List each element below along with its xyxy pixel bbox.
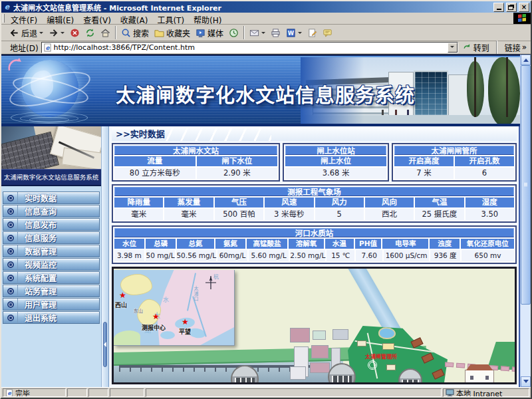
edit-dropdown-icon[interactable] bbox=[298, 32, 302, 36]
sidebar-item-label: 信息查询 bbox=[18, 205, 99, 217]
chevron-double-icon[interactable]: » bbox=[522, 43, 527, 52]
roundabout bbox=[368, 360, 377, 370]
back-icon bbox=[9, 28, 19, 38]
table-cell: 650 mv bbox=[462, 250, 514, 261]
inset-label: 太浦口 bbox=[192, 286, 199, 302]
stop-icon bbox=[70, 28, 80, 38]
mail-button[interactable] bbox=[247, 27, 268, 39]
site-map[interactable]: 太浦闸管理所 bbox=[112, 267, 517, 384]
inset-label-dongshan: 东山 bbox=[134, 307, 143, 314]
minimize-button[interactable] bbox=[493, 3, 504, 12]
column-header: 水位 bbox=[114, 239, 144, 249]
sidebar: 太浦闸数字化水文站信息服务系统 实时数据 信息查询 信息发布 bbox=[1, 126, 101, 387]
building-block bbox=[290, 328, 310, 342]
table-cell: 7 米 bbox=[394, 168, 454, 179]
browser-window: e 太浦闸水文站信息管理系统 - Microsoft Internet Expl… bbox=[0, 0, 532, 399]
bullet-icon bbox=[3, 205, 18, 217]
status-pane bbox=[88, 388, 108, 397]
search-button[interactable]: 搜索 bbox=[118, 26, 152, 40]
status-zone-pane: 本地 Intranet bbox=[443, 388, 529, 397]
sidebar-item-data-management[interactable]: 数据管理 bbox=[3, 245, 100, 257]
building-block bbox=[511, 366, 517, 372]
bullet-icon bbox=[3, 219, 18, 230]
back-dropdown-icon[interactable] bbox=[39, 32, 43, 36]
column-header: 溶解氧 bbox=[289, 239, 324, 249]
edit-word-button[interactable]: W bbox=[283, 27, 305, 39]
media-button[interactable]: 媒体 bbox=[193, 26, 226, 40]
menu-view[interactable]: 查看(V) bbox=[78, 13, 116, 24]
bullet-icon bbox=[3, 285, 18, 297]
table-cell: 50.56 mg/L bbox=[176, 250, 216, 261]
table-cell: 6 bbox=[455, 168, 514, 179]
scrollbar-thumb[interactable] bbox=[521, 65, 531, 305]
table-cell: 3.98 m bbox=[114, 250, 144, 261]
scroll-up-button[interactable] bbox=[521, 55, 531, 65]
page-icon: e bbox=[5, 389, 13, 397]
sidebar-item-info-service[interactable]: 信息服务 bbox=[3, 231, 100, 244]
word-icon: W bbox=[286, 28, 296, 38]
frame-columns: 太浦闸数字化水文站信息服务系统 实时数据 信息查询 信息发布 bbox=[1, 126, 520, 387]
menu-tools[interactable]: 工具(T) bbox=[152, 13, 189, 24]
menu-help[interactable]: 帮助(H) bbox=[189, 13, 226, 24]
favorites-button[interactable]: 收藏夹 bbox=[152, 26, 193, 40]
menu-file[interactable]: 文件(F) bbox=[6, 13, 42, 24]
forward-dropdown-icon[interactable] bbox=[61, 32, 65, 36]
table-cell: 15 ℃ bbox=[327, 250, 354, 261]
sidebar-item-system-config[interactable]: 系统配置 bbox=[3, 271, 100, 284]
vertical-scrollbar[interactable] bbox=[520, 55, 531, 387]
sidebar-item-exit-system[interactable]: 退出系统 bbox=[3, 311, 100, 324]
column-header: 浊度 bbox=[430, 239, 460, 249]
building-block bbox=[313, 331, 326, 340]
svg-text:W: W bbox=[288, 29, 295, 36]
table-cell: 25 摄氏度 bbox=[415, 209, 464, 220]
close-button[interactable]: × bbox=[519, 3, 529, 12]
sidebar-item-info-query[interactable]: 信息查询 bbox=[3, 205, 100, 217]
sidebar-item-station-admin[interactable]: 站务管理 bbox=[3, 285, 100, 297]
table-cell: 80 立方米每秒 bbox=[114, 168, 196, 179]
sidebar-item-video-monitor[interactable]: 视频监控 bbox=[3, 258, 100, 271]
status-pane bbox=[110, 388, 144, 397]
column-header: 氧化还原电位 bbox=[461, 239, 514, 249]
window-title: 太浦闸水文站信息管理系统 - Microsoft Internet Explor… bbox=[13, 2, 491, 13]
sidebar-item-info-publish[interactable]: 信息发布 bbox=[3, 218, 100, 231]
table-cell: 500 百帕 bbox=[215, 209, 263, 220]
ie-logo-icon: e bbox=[3, 3, 11, 11]
forward-button[interactable] bbox=[46, 27, 67, 39]
scroll-down-button[interactable] bbox=[521, 376, 531, 387]
inset-label-xishan: 西山 bbox=[115, 301, 127, 309]
menu-edit[interactable]: 编辑(E) bbox=[42, 13, 78, 24]
links-button[interactable]: 链接 » bbox=[502, 42, 529, 53]
column-header: 电导率 bbox=[382, 239, 428, 249]
menu-favorites[interactable]: 收藏(A) bbox=[116, 13, 153, 24]
table-cell: 毫米 bbox=[164, 209, 213, 220]
toolbar-grip[interactable] bbox=[3, 14, 5, 23]
sidebar-item-user-management[interactable]: 用户管理 bbox=[3, 298, 100, 311]
search-label: 搜索 bbox=[133, 27, 149, 39]
discuss-button[interactable] bbox=[320, 27, 335, 39]
mail-dropdown-icon[interactable] bbox=[261, 32, 265, 36]
column-header: 水温 bbox=[325, 239, 353, 249]
stop-button[interactable] bbox=[67, 27, 82, 39]
favorites-label: 收藏夹 bbox=[166, 27, 190, 39]
back-button[interactable]: 后退 bbox=[7, 26, 46, 40]
frame-splitter[interactable] bbox=[101, 126, 109, 387]
restore-button[interactable] bbox=[506, 3, 517, 12]
links-label: 链接 bbox=[505, 42, 521, 53]
go-button[interactable]: 转到 bbox=[461, 42, 491, 53]
address-dropdown-button[interactable] bbox=[448, 43, 458, 53]
building-block bbox=[311, 345, 329, 358]
home-button[interactable] bbox=[98, 27, 113, 39]
refresh-button[interactable] bbox=[82, 27, 98, 39]
svg-text:e: e bbox=[7, 390, 11, 396]
edit-page-button[interactable] bbox=[305, 27, 320, 39]
table-title: 太浦闸水文站 bbox=[114, 146, 277, 155]
intranet-icon bbox=[446, 388, 454, 397]
sidebar-item-realtime-data[interactable]: 实时数据 bbox=[3, 192, 100, 204]
address-input[interactable] bbox=[54, 43, 446, 52]
history-button[interactable] bbox=[226, 27, 241, 39]
column-header: 氨氮 bbox=[215, 239, 245, 249]
print-button[interactable] bbox=[268, 27, 283, 39]
overview-inset-map[interactable]: 杭 太浦口 水 太 湖 东山 ★ 西山 ★ 测报中心 ★ 平望 bbox=[114, 270, 235, 346]
table-cell: 60mg/L bbox=[217, 250, 247, 261]
splitter-collapse-handle[interactable] bbox=[103, 322, 107, 367]
